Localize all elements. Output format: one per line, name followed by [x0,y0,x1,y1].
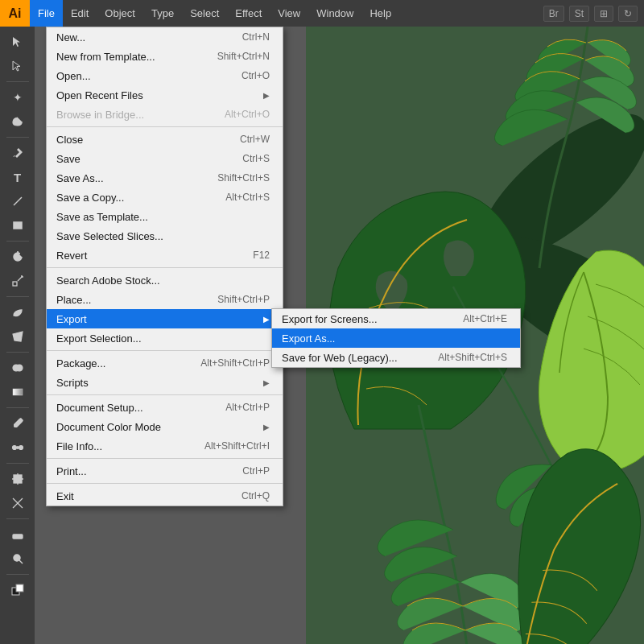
sync-btn[interactable]: ↻ [618,6,638,22]
svg-line-2 [18,276,23,281]
menu-new[interactable]: New... Ctrl+N [47,27,283,47]
menu-edit[interactable]: Edit [63,0,97,27]
menu-select[interactable]: Select [182,0,227,27]
tool-separator-9 [6,574,29,575]
divider-4 [47,394,283,395]
toolbar: ✦ T [0,27,35,644]
menu-save-as[interactable]: Save As... Shift+Ctrl+S [47,168,283,188]
selection-tool[interactable] [6,31,30,53]
svg-point-8 [16,365,23,371]
divider-1 [47,126,283,127]
menu-items: File Edit Object Type Select Effect View… [30,0,399,27]
fill-stroke-tool[interactable] [6,579,30,601]
menu-new-template[interactable]: New from Template... Shift+Ctrl+N [47,47,283,66]
export-submenu: Export for Screens... Alt+Ctrl+E Export … [271,308,521,368]
menu-bar: Ai File Edit Object Type Select Effect V… [0,0,644,27]
warp-tool[interactable] [6,301,30,324]
menu-open[interactable]: Open... Ctrl+O [47,66,283,85]
tool-separator-1 [6,81,29,82]
app-logo: Ai [0,0,30,27]
menu-file-info[interactable]: File Info... Alt+Shift+Ctrl+I [47,436,283,456]
menu-browse-bridge: Browse in Bridge... Alt+Ctrl+O [47,105,283,124]
svg-line-0 [14,197,22,205]
menu-search-stock[interactable]: Search Adobe Stock... [47,270,283,290]
menu-effect[interactable]: Effect [227,0,270,27]
divider-6 [47,483,283,484]
menu-place[interactable]: Place... Shift+Ctrl+P [47,290,283,309]
tool-separator-5 [6,352,29,353]
divider-3 [47,350,283,351]
type-tool[interactable]: T [6,166,30,188]
shape-builder-tool[interactable] [6,357,30,379]
rotate-tool[interactable] [6,246,30,268]
svg-line-22 [19,560,23,564]
zoom-tool[interactable] [6,547,30,570]
scale-tool[interactable] [6,270,30,292]
lasso-tool[interactable] [6,110,30,133]
menu-export[interactable]: Export ▶ [47,309,283,328]
slice-tool[interactable] [6,492,30,514]
menu-scripts[interactable]: Scripts ▶ [47,373,283,392]
blend-tool[interactable] [6,436,30,459]
menu-file[interactable]: File [30,0,63,27]
svg-point-11 [19,446,23,450]
main-layout: ✦ T [0,27,644,644]
menu-view[interactable]: View [270,0,308,27]
menu-object[interactable]: Object [97,0,143,27]
menu-type[interactable]: Type [143,0,182,27]
file-menu: New... Ctrl+N New from Template... Shift… [46,27,283,506]
menu-package[interactable]: Package... Alt+Shift+Ctrl+P [47,353,283,373]
artboard-tool[interactable] [6,468,30,490]
menu-save-copy[interactable]: Save a Copy... Alt+Ctrl+S [47,188,283,207]
tool-separator-2 [6,137,29,138]
svg-point-21 [14,555,20,561]
svg-rect-1 [14,222,22,229]
grid-btn[interactable]: ⊞ [594,6,613,22]
eyedropper-tool[interactable] [6,412,30,435]
gradient-tool[interactable] [6,381,30,403]
menu-right-buttons: Br St ⊞ ↻ [543,6,644,22]
eraser-tool[interactable] [6,523,30,546]
svg-rect-5 [13,282,17,286]
tool-separator-6 [6,407,29,408]
svg-rect-9 [13,389,23,395]
menu-save-slices[interactable]: Save Selected Slices... [47,226,283,246]
tool-separator-4 [6,296,29,297]
menu-color-mode[interactable]: Document Color Mode ▶ [47,417,283,436]
menu-export-selection[interactable]: Export Selection... [47,328,283,348]
menu-document-setup[interactable]: Document Setup... Alt+Ctrl+P [47,398,283,417]
direct-selection-tool[interactable] [6,55,30,77]
svg-marker-6 [13,332,23,341]
bridge-btn[interactable]: Br [543,6,564,22]
svg-point-10 [12,446,16,450]
divider-5 [47,458,283,459]
menu-print[interactable]: Print... Ctrl+P [47,461,283,481]
menu-save-for-web[interactable]: Save for Web (Legacy)... Alt+Shift+Ctrl+… [272,348,520,367]
line-tool[interactable] [6,190,30,213]
free-transform-tool[interactable] [6,325,30,348]
rect-tool[interactable] [6,214,30,237]
svg-rect-24 [16,584,23,592]
menu-export-for-screens[interactable]: Export for Screens... Alt+Ctrl+E [272,309,520,328]
tool-separator-8 [6,518,29,519]
menu-save-template[interactable]: Save as Template... [47,207,283,226]
menu-open-recent[interactable]: Open Recent Files ▶ [47,85,283,105]
magic-wand-tool[interactable]: ✦ [6,86,30,109]
menu-save[interactable]: Save Ctrl+S [47,149,283,168]
menu-close[interactable]: Close Ctrl+W [47,130,283,149]
tool-separator-7 [6,463,29,464]
menu-export-as[interactable]: Export As... [272,328,520,348]
menu-help[interactable]: Help [361,0,399,27]
menu-exit[interactable]: Exit Ctrl+Q [47,486,283,506]
menu-revert[interactable]: Revert F12 [47,246,283,265]
canvas-area: New... Ctrl+N New from Template... Shift… [35,27,644,644]
pen-tool[interactable] [6,142,30,164]
menu-window[interactable]: Window [308,0,361,27]
divider-2 [47,267,283,268]
tool-separator-3 [6,241,29,242]
stock-btn[interactable]: St [569,6,589,22]
svg-rect-12 [14,475,22,483]
